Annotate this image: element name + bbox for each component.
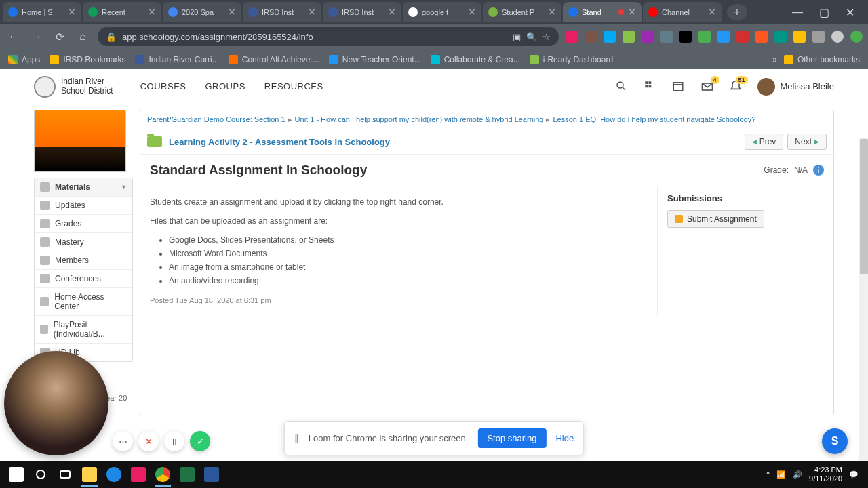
ie-button[interactable] bbox=[102, 462, 126, 487]
extension-icon[interactable] bbox=[812, 30, 825, 43]
loom-more-button[interactable]: ⋯ bbox=[113, 431, 133, 451]
sidebar-item-grades[interactable]: Grades bbox=[35, 215, 132, 233]
hide-share-button[interactable]: Hide bbox=[555, 433, 574, 443]
browser-tab[interactable]: Home | S bbox=[3, 2, 81, 22]
profile-icon[interactable] bbox=[831, 30, 844, 43]
minimize-icon[interactable]: — bbox=[792, 6, 803, 19]
close-icon[interactable] bbox=[548, 8, 556, 16]
browser-tab-active[interactable]: Stand bbox=[563, 2, 642, 22]
omnibox[interactable]: 🔒 app.schoology.com/assignment/285916552… bbox=[98, 27, 559, 46]
extension-icon[interactable] bbox=[793, 30, 806, 43]
close-icon[interactable] bbox=[68, 8, 76, 16]
search-icon[interactable] bbox=[615, 80, 629, 94]
clock[interactable]: 4:23 PM9/11/2020 bbox=[809, 466, 842, 483]
scroll-thumb[interactable] bbox=[860, 139, 868, 274]
bookmark[interactable]: New Teacher Orient... bbox=[329, 55, 421, 64]
browser-tab[interactable]: 2020 Spa bbox=[163, 2, 241, 22]
browser-tab[interactable]: google t bbox=[403, 2, 481, 22]
sidebar-item-materials[interactable]: Materials▼ bbox=[35, 178, 132, 197]
crumb-link[interactable]: Parent/Guardian Demo Course: Section 1 bbox=[147, 115, 285, 123]
back-icon[interactable]: ← bbox=[5, 28, 22, 45]
extension-icon[interactable] bbox=[566, 30, 578, 43]
extension-icon[interactable] bbox=[698, 30, 711, 43]
wifi-icon[interactable]: 📶 bbox=[776, 470, 786, 479]
crumb-link[interactable]: Unit 1 - How can I help support my child… bbox=[295, 115, 544, 123]
course-image[interactable] bbox=[34, 110, 126, 172]
browser-tab[interactable]: IRSD Inst bbox=[323, 2, 401, 22]
star-icon[interactable]: ☆ bbox=[542, 32, 551, 42]
browser-tab[interactable]: Student P bbox=[483, 2, 561, 22]
apps-grid-icon[interactable] bbox=[644, 80, 657, 94]
close-window-icon[interactable]: ✕ bbox=[846, 6, 854, 19]
extension-icon[interactable] bbox=[774, 30, 787, 43]
extension-icon[interactable] bbox=[623, 30, 635, 43]
extension-icon[interactable] bbox=[755, 30, 768, 43]
bookmark-apps[interactable]: Apps bbox=[8, 55, 40, 64]
submit-assignment-button[interactable]: Submit Assignment bbox=[667, 210, 764, 228]
extension-icon[interactable] bbox=[717, 30, 730, 43]
bookmark[interactable]: IRSD Bookmarks bbox=[50, 55, 125, 64]
nav-groups[interactable]: GROUPS bbox=[205, 81, 245, 92]
close-icon[interactable] bbox=[468, 8, 476, 16]
close-icon[interactable] bbox=[708, 8, 716, 16]
extension-icon[interactable] bbox=[660, 30, 673, 43]
maximize-icon[interactable]: ▢ bbox=[819, 6, 829, 19]
sidebar-item-conferences[interactable]: Conferences bbox=[35, 270, 132, 288]
loom-cancel-button[interactable]: ✕ bbox=[138, 431, 159, 451]
file-explorer-button[interactable] bbox=[77, 462, 102, 487]
extension-icon[interactable] bbox=[642, 30, 654, 43]
search-button[interactable] bbox=[28, 462, 53, 487]
sidebar-item-mastery[interactable]: Mastery bbox=[35, 233, 132, 251]
calendar-icon[interactable] bbox=[672, 80, 686, 94]
sidebar-item-updates[interactable]: Updates bbox=[35, 197, 132, 215]
tray-chevron-icon[interactable]: ^ bbox=[766, 470, 770, 479]
forward-icon[interactable]: → bbox=[28, 28, 45, 45]
info-icon[interactable]: i bbox=[813, 165, 824, 176]
mail-icon[interactable]: 4 bbox=[701, 80, 714, 94]
loom-pause-button[interactable]: ⏸ bbox=[164, 431, 184, 451]
sidebar-item-hac[interactable]: Home Access Center bbox=[35, 288, 132, 316]
reload-icon[interactable]: ⟳ bbox=[52, 28, 68, 45]
extension-icon[interactable] bbox=[679, 30, 692, 43]
close-icon[interactable] bbox=[308, 8, 316, 16]
crumb-link[interactable]: Lesson 1 EQ: How do I help my student na… bbox=[553, 115, 755, 123]
close-icon[interactable] bbox=[628, 8, 636, 16]
webcam-bubble[interactable] bbox=[4, 351, 108, 455]
camera-icon[interactable]: ▣ bbox=[513, 32, 521, 42]
bookmark[interactable]: Collaborate & Crea... bbox=[431, 55, 520, 64]
browser-tab[interactable]: Recent bbox=[83, 2, 161, 22]
notifications-icon[interactable]: 💬 bbox=[849, 470, 859, 479]
word-button[interactable] bbox=[199, 462, 224, 487]
excel-button[interactable] bbox=[175, 462, 199, 487]
nav-courses[interactable]: COURSES bbox=[140, 81, 186, 92]
browser-tab[interactable]: IRSD Inst bbox=[243, 2, 321, 22]
sidebar-item-members[interactable]: Members bbox=[35, 251, 132, 270]
bookmark[interactable]: i-Ready Dashboard bbox=[530, 55, 613, 64]
brand-logo[interactable]: Indian RiverSchool District bbox=[34, 76, 113, 98]
scrollbar[interactable] bbox=[859, 138, 868, 488]
browser-tab[interactable]: Channel bbox=[643, 2, 722, 22]
sidebar-item-playposit[interactable]: PlayPosit (Individual/B... bbox=[35, 316, 132, 344]
zoom-icon[interactable]: 🔍 bbox=[526, 32, 537, 42]
bell-icon[interactable]: 51 bbox=[729, 80, 743, 94]
home-icon[interactable]: ⌂ bbox=[75, 28, 91, 45]
chrome-button[interactable] bbox=[151, 462, 175, 487]
floating-action-button[interactable]: S bbox=[822, 428, 848, 454]
loom-done-button[interactable]: ✓ bbox=[190, 431, 210, 451]
nav-resources[interactable]: RESOURCES bbox=[264, 81, 323, 92]
close-icon[interactable] bbox=[388, 8, 396, 16]
stop-sharing-button[interactable]: Stop sharing bbox=[477, 428, 546, 448]
bookmark[interactable]: Control Alt Achieve:... bbox=[229, 55, 319, 64]
new-tab-button[interactable]: + bbox=[727, 4, 747, 20]
folder-link[interactable]: Learning Activity 2 - Assessment Tools i… bbox=[169, 137, 390, 147]
task-view-button[interactable] bbox=[53, 462, 77, 487]
overflow-icon[interactable]: » bbox=[772, 55, 777, 64]
next-button[interactable]: Next▶ bbox=[787, 134, 827, 150]
prev-button[interactable]: ◀Prev bbox=[745, 134, 784, 150]
extension-icon[interactable] bbox=[604, 30, 616, 43]
close-icon[interactable] bbox=[228, 8, 236, 16]
bookmark[interactable]: Indian River Curri... bbox=[135, 55, 218, 64]
snip-button[interactable] bbox=[126, 462, 151, 487]
start-button[interactable] bbox=[4, 462, 28, 487]
extension-icon[interactable] bbox=[585, 30, 597, 43]
